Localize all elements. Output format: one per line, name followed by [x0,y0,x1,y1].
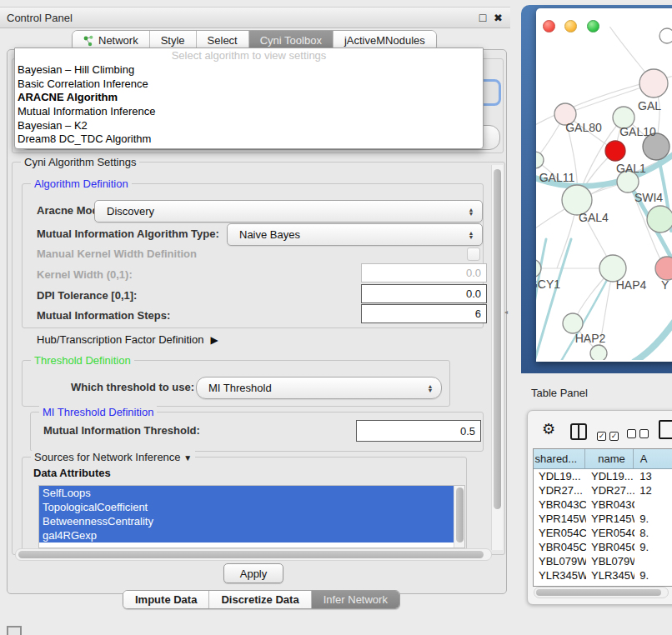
node-label-gcy1: GCY1 [536,278,560,291]
control-panel-title: Control Panel [0,12,479,24]
hub-definition-label: Hub/Transcription Factor Definition [37,333,203,346]
list-item-betweennesscentrality[interactable]: BetweennessCentrality [39,514,456,528]
table-row[interactable]: YER054CYER054C8. [534,526,672,540]
close-window-icon[interactable]: ✖ [494,12,503,24]
table-row[interactable]: YPR145WYPR145W9. [534,512,672,526]
dropdown-item-bayesian-k2[interactable]: Bayesian – K2 [15,119,483,133]
bottom-tabstrip: Impute Data Discretize Data Infer Networ… [123,590,400,609]
mi-steps-label: Mutual Information Steps: [37,306,170,326]
node-label-gal11: GAL11 [539,171,575,184]
network-node[interactable] [639,69,668,98]
node-label-hap2: HAP2 [575,332,606,345]
list-item-topologicalcoefficient[interactable]: TopologicalCoefficient [39,500,456,514]
column-browser-icon[interactable] [570,423,587,440]
table-body: YDL19...YDL19...13 YDR27...YDR27...12 YB… [534,469,672,587]
tab-discretize-data[interactable]: Discretize Data [208,591,310,608]
divider-collapse-icon[interactable]: ◂ [504,308,508,316]
sources-title-text: Sources for Network Inference [34,451,181,463]
mi-type-label: Mutual Information Algorithm Type: [37,224,219,244]
aracne-mode-combobox[interactable]: Discovery ▲▼ [94,200,483,222]
network-node-hap2[interactable] [563,313,583,333]
kernel-width-field[interactable]: 0.0 [361,263,487,282]
network-node[interactable] [647,206,672,232]
table-row[interactable]: YLR345WYLR345W9. [534,568,672,582]
mi-threshold-field[interactable]: 0.5 [356,420,481,442]
table-panel-title: Table Panel [531,387,588,399]
mi-steps-value: 6 [475,308,481,320]
column-header-name[interactable]: name [585,449,634,468]
aracne-mode-value: Discovery [95,205,464,218]
dropdown-item-bayesian-hill-climbing[interactable]: Bayesian – Hill Climbing [15,63,483,78]
checked-box-icon: ✓ [597,432,606,441]
tab-label: Cyni Toolbox [260,34,322,47]
dpi-tolerance-value: 0.0 [466,288,481,300]
tab-label: Infer Network [323,593,388,606]
which-threshold-value: MI Threshold [197,382,423,394]
mi-type-combobox[interactable]: Naive Bayes ▲▼ [227,223,483,246]
expand-arrow-icon[interactable]: ▶ [210,334,218,346]
mi-steps-field[interactable]: 6 [361,304,487,323]
node-table: shared... name A YDL19...YDL19...13 YDR2… [533,448,672,587]
table-row[interactable]: YDL19...YDL19...13 [534,469,672,483]
table-row[interactable]: YDR27...YDR27...12 [534,483,672,498]
combo-stepper-icon: ▲▼ [464,208,482,216]
unchecked-box-icon [639,429,649,438]
settings-vertical-scrollbar[interactable] [491,165,503,550]
deselect-all-icon[interactable] [627,427,652,442]
dropdown-item-aracne[interactable]: ARACNE Algorithm [15,91,483,105]
mi-threshold-value: 0.5 [460,425,475,438]
table-row[interactable]: YBR045CYBR045C9. [534,540,672,554]
attributes-list-scrollbar[interactable] [454,486,464,548]
network-node-red[interactable] [605,141,625,161]
settings-group-title: Cyni Algorithm Settings [21,156,139,168]
dropdown-item-mutual-information[interactable]: Mutual Information Inference [15,105,483,119]
mi-threshold-label: Mutual Information Threshold: [43,421,200,441]
combo-stepper-icon: ▲▼ [464,231,482,239]
tab-impute-data[interactable]: Impute Data [123,591,208,608]
dpi-tolerance-label: DPI Tolerance [0,1]: [37,286,137,306]
sources-group-title[interactable]: Sources for Network Inference ▼ [31,451,195,463]
data-attributes-list[interactable]: SelfLoops TopologicalCoefficient Between… [38,485,465,548]
tab-infer-network[interactable]: Infer Network [311,591,399,608]
attributes-scrollbar-thumb[interactable] [456,488,464,542]
float-window-icon[interactable]: □ [479,11,486,24]
collapse-arrow-icon[interactable]: ▼ [183,453,192,462]
node-label-gal10: GAL10 [619,125,656,138]
table-mode-icon[interactable] [659,420,672,439]
tab-label: Discretize Data [221,593,298,606]
apply-button[interactable]: Apply [223,563,283,583]
manual-kernel-checkbox[interactable] [467,248,480,261]
tab-label: Network [98,34,138,47]
dpi-tolerance-field[interactable]: 0.0 [361,284,487,303]
which-threshold-combobox[interactable]: MI Threshold ▲▼ [196,377,442,399]
column-header-partial[interactable]: A [634,449,672,468]
list-item-gal4rgexp[interactable]: gal4RGexp [39,528,456,542]
hub-definition-expander[interactable]: Hub/Transcription Factor Definition ▶ [37,333,218,346]
network-node[interactable] [659,28,672,43]
node-label-gal80: GAL80 [565,121,602,134]
column-header-shared-name[interactable]: shared... [534,449,585,468]
network-canvas[interactable]: GAL GAL80 GAL10 GAL1 GAL11 SWI4 GAL4 GCY… [536,27,672,360]
network-node[interactable] [590,345,607,360]
node-label-y: Y [661,278,669,292]
algorithm-dropdown-popup: Select algorithm to view settings Bayesi… [14,48,484,149]
select-all-icon[interactable]: ✓✓ [597,427,622,442]
network-tab-icon [83,35,93,47]
node-label-gal1: GAL1 [616,162,646,175]
dropdown-item-basic-correlation[interactable]: Basic Correlation Inference [15,78,483,92]
table-row[interactable]: YBL079WYBL079W [534,554,672,568]
collapsed-panel-button[interactable] [7,626,22,635]
table-row[interactable]: YBR043CYBR043C [534,498,672,512]
table-horizontal-scrollbar[interactable] [534,587,669,598]
settings-horizontal-scrollbar[interactable] [15,548,492,561]
mi-threshold-title: MI Threshold Definition [39,406,157,418]
settings-scrollbar-thumb[interactable] [494,169,501,509]
tab-label: jActiveMNodules [344,34,425,47]
control-panel-titlebar: Control Panel □ ✖ [0,7,510,28]
list-item-selfloops[interactable]: SelfLoops [39,486,456,500]
network-node-salmon[interactable] [655,257,672,280]
settings-hscrollbar-thumb[interactable] [18,551,484,558]
dropdown-item-dream8[interactable]: Dream8 DC_TDC Algorithm [15,132,483,147]
gear-icon[interactable]: ⚙ [542,422,555,437]
table-hscrollbar-thumb[interactable] [536,589,661,596]
